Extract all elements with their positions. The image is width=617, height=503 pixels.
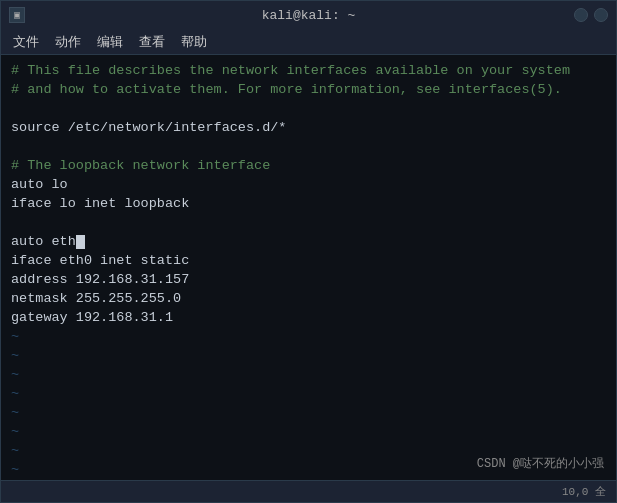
menu-view[interactable]: 查看 [133,31,171,53]
window-title: kali@kali: ~ [262,8,356,23]
line-tilde-2: ~ [11,346,606,365]
line-tilde-4: ~ [11,384,606,403]
minimize-button[interactable] [574,8,588,22]
menubar: 文件 动作 编辑 查看 帮助 [1,29,616,55]
line-1: # This file describes the network interf… [11,61,606,80]
line-3 [11,99,606,118]
line-tilde-6: ~ [11,422,606,441]
title-bar-left: ▣ [9,7,25,23]
status-text: 10,0 全 [562,484,606,499]
menu-action[interactable]: 动作 [49,31,87,53]
line-10-text: auto eth [11,234,76,249]
menu-file[interactable]: 文件 [7,31,45,53]
line-8: iface lo inet loopback [11,194,606,213]
line-tilde-5: ~ [11,403,606,422]
line-tilde-1: ~ [11,327,606,346]
window-icon-symbol: ▣ [14,9,20,21]
line-2: # and how to activate them. For more inf… [11,80,606,99]
editor-area[interactable]: # This file describes the network interf… [1,55,616,480]
line-13: netmask 255.255.255.0 [11,289,606,308]
title-bar: ▣ kali@kali: ~ [1,1,616,29]
line-7: auto lo [11,175,606,194]
line-tilde-9: ~ [11,479,606,480]
line-tilde-3: ~ [11,365,606,384]
line-11: iface eth0 inet static [11,251,606,270]
line-9 [11,213,606,232]
window-icon: ▣ [9,7,25,23]
menu-help[interactable]: 帮助 [175,31,213,53]
status-bar: 10,0 全 [1,480,616,502]
line-4: source /etc/network/interfaces.d/* [11,118,606,137]
line-6: # The loopback network interface [11,156,606,175]
line-12: address 192.168.31.157 [11,270,606,289]
text-cursor [76,235,85,249]
terminal-window: ▣ kali@kali: ~ 文件 动作 编辑 查看 帮助 # This fil… [0,0,617,503]
maximize-button[interactable] [594,8,608,22]
menu-edit[interactable]: 编辑 [91,31,129,53]
line-10: auto eth [11,232,606,251]
title-bar-controls [574,8,608,22]
line-5 [11,137,606,156]
line-14: gateway 192.168.31.1 [11,308,606,327]
watermark: CSDN @哒不死的小小强 [477,455,604,472]
